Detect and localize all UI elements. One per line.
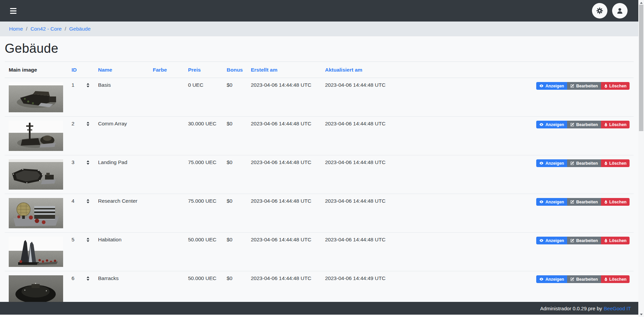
breadcrumb-con42-core[interactable]: Con42 - Core (31, 26, 62, 32)
cell-farbe (149, 194, 184, 233)
loeschen-button[interactable]: Löschen (601, 121, 630, 128)
cell-erstellt-am: 2023-04-06 14:44:48 UTC (247, 271, 321, 302)
column-header-aktualisiert-am[interactable]: Aktualisiert am (321, 62, 396, 78)
cell-name: Comm Array (94, 117, 149, 155)
eye-icon (539, 161, 544, 165)
top-navbar (0, 0, 638, 22)
column-header-bonus[interactable]: Bonus (223, 62, 247, 78)
building-thumbnail (9, 275, 63, 302)
table-row: 1 Basis 0 UEC $0 2023-04-06 14:44:48 UTC… (5, 78, 634, 117)
anzeigen-button[interactable]: Anzeigen (536, 82, 567, 90)
cell-id: 2 (72, 121, 75, 127)
cell-bonus: $0 (223, 117, 247, 155)
anzeigen-button[interactable]: Anzeigen (536, 159, 567, 167)
bearbeiten-button[interactable]: Bearbeiten (567, 198, 601, 206)
bearbeiten-button[interactable]: Bearbeiten (567, 237, 601, 244)
hamburger-icon[interactable] (10, 7, 19, 14)
table-row: 3 Landing Pad 75.000 UEC $0 2023-04-06 1… (5, 155, 634, 194)
column-header-erstellt-am[interactable]: Erstellt am (247, 62, 321, 78)
cell-name: Landing Pad (94, 155, 149, 194)
scrollbar-down-arrow-icon[interactable] (640, 314, 643, 315)
account-button[interactable] (612, 3, 628, 18)
bearbeiten-button[interactable]: Bearbeiten (567, 275, 601, 283)
breadcrumb-home[interactable]: Home (9, 26, 23, 32)
cell-preis: 75.000 UEC (184, 194, 223, 233)
building-thumbnail (9, 198, 63, 228)
cell-erstellt-am: 2023-04-06 14:44:48 UTC (247, 233, 321, 271)
eye-icon (539, 277, 544, 281)
anzeigen-button[interactable]: Anzeigen (536, 198, 567, 206)
sort-handle-icon[interactable] (87, 199, 89, 203)
cell-erstellt-am: 2023-04-06 14:44:48 UTC (247, 78, 321, 117)
loeschen-button[interactable]: Löschen (601, 82, 630, 90)
sort-handle-icon[interactable] (87, 83, 89, 87)
gear-icon (596, 7, 603, 14)
cell-aktualisiert-am: 2023-04-06 14:44:48 UTC (321, 233, 396, 271)
drop-icon (604, 84, 608, 88)
sort-handle-icon[interactable] (87, 122, 89, 126)
scrollbar-thumb[interactable] (639, 5, 643, 131)
column-header-id[interactable]: ID (67, 62, 94, 78)
building-thumbnail (9, 237, 63, 267)
eye-icon (539, 238, 544, 243)
cell-farbe (149, 78, 184, 117)
navbar-right (592, 3, 631, 18)
page-title: Gebäude (5, 41, 634, 56)
buildings-table: Main image ID Name Farbe Preis Bonus Ers… (5, 62, 634, 302)
cell-preis: 0 UEC (184, 78, 223, 117)
loeschen-button[interactable]: Löschen (601, 159, 630, 167)
cell-preis: 50.000 UEC (184, 233, 223, 271)
loeschen-button[interactable]: Löschen (601, 275, 630, 283)
settings-button[interactable] (592, 3, 607, 18)
scrollbar[interactable] (638, 0, 644, 317)
cell-id: 1 (72, 82, 75, 88)
table-row: 5 Habitation 50.000 UEC $0 2023-04-06 14… (5, 233, 634, 271)
sort-handle-icon[interactable] (87, 160, 89, 165)
page-content: Home / Con42 - Core / Gebäude Gebäude Ma… (0, 0, 638, 302)
breadcrumb-gebaeude[interactable]: Gebäude (69, 26, 91, 32)
sort-handle-icon[interactable] (87, 238, 89, 242)
anzeigen-button[interactable]: Anzeigen (536, 121, 567, 128)
anzeigen-button[interactable]: Anzeigen (536, 237, 567, 244)
scrollbar-up-arrow-icon[interactable] (640, 2, 643, 4)
cell-name: Basis (94, 78, 149, 117)
cell-aktualisiert-am: 2023-04-06 14:44:49 UTC (321, 271, 396, 302)
cell-aktualisiert-am: 2023-04-06 14:44:48 UTC (321, 78, 396, 117)
cell-farbe (149, 155, 184, 194)
main-area: Gebäude Main image ID Name Farbe Preis B… (0, 36, 638, 302)
cell-id: 3 (72, 159, 75, 165)
bearbeiten-button[interactable]: Bearbeiten (567, 82, 601, 90)
eye-icon (539, 200, 544, 204)
footer-beegood-link[interactable]: BeeGood IT (604, 306, 631, 311)
bearbeiten-button[interactable]: Bearbeiten (567, 121, 601, 128)
loeschen-button[interactable]: Löschen (601, 237, 630, 244)
anzeigen-button[interactable]: Anzeigen (536, 275, 567, 283)
cell-preis: 75.000 UEC (184, 155, 223, 194)
loeschen-button[interactable]: Löschen (601, 198, 630, 206)
drop-icon (604, 238, 608, 243)
column-header-preis[interactable]: Preis (184, 62, 223, 78)
breadcrumb-separator: / (65, 26, 66, 32)
cell-aktualisiert-am: 2023-04-06 14:44:48 UTC (321, 117, 396, 155)
table-row: 6 Barracks 50.000 UEC $0 2023-04-06 14:4… (5, 271, 634, 302)
drop-icon (604, 200, 608, 204)
table-row: 4 Research Center 75.000 UEC $0 2023-04-… (5, 194, 634, 233)
cell-erstellt-am: 2023-04-06 14:44:48 UTC (247, 155, 321, 194)
bearbeiten-button[interactable]: Bearbeiten (567, 159, 601, 167)
table-row: 2 Comm Array 30.000 UEC $0 2023-04-06 14… (5, 117, 634, 155)
cell-bonus: $0 (223, 78, 247, 117)
cell-aktualisiert-am: 2023-04-06 14:44:48 UTC (321, 194, 396, 233)
edit-icon (570, 84, 574, 88)
edit-icon (570, 161, 574, 165)
eye-icon (539, 122, 544, 127)
edit-icon (570, 277, 574, 281)
cell-farbe (149, 117, 184, 155)
building-thumbnail (9, 159, 63, 190)
drop-icon (604, 161, 608, 165)
sort-handle-icon[interactable] (87, 276, 89, 281)
column-header-farbe[interactable]: Farbe (149, 62, 184, 78)
table-header-row: Main image ID Name Farbe Preis Bonus Ers… (5, 62, 634, 78)
column-header-name[interactable]: Name (94, 62, 149, 78)
building-thumbnail (9, 82, 63, 112)
breadcrumb-separator: / (26, 26, 27, 32)
